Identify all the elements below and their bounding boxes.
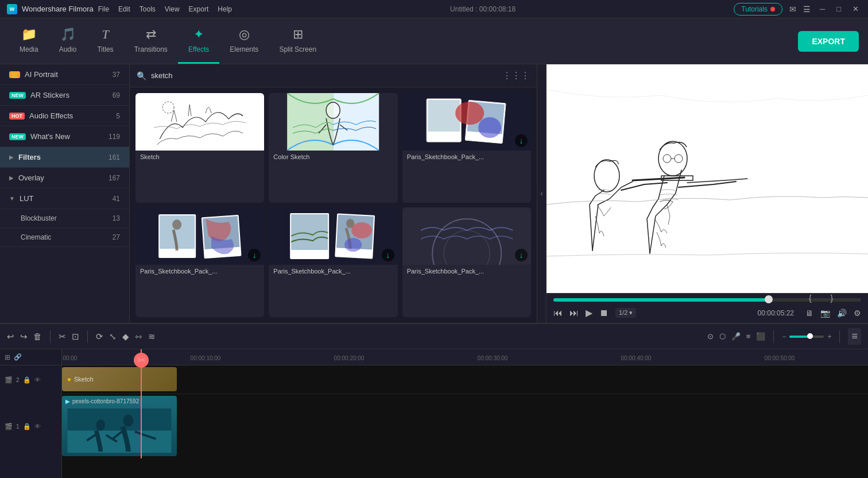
ruler-mark-30: 00:00:30:00 [478, 355, 508, 361]
sketch-clip-label: Sketch [74, 376, 94, 383]
sidebar-item-audio-effects[interactable]: HOT Audio Effects 5 [0, 106, 129, 126]
sidebar-item-whats-new[interactable]: NEW What's New 119 [0, 126, 129, 147]
audio-preview-icon[interactable]: 🔊 [837, 309, 847, 318]
collapse-panel-button[interactable]: ‹ [537, 64, 547, 323]
paris-1-thumbnail: ↓ [402, 93, 531, 151]
crop-button[interactable]: ⊡ [72, 331, 79, 342]
sidebar-subitem-blockbuster[interactable]: Blockbuster 13 [0, 209, 129, 228]
color-sketch-thumbnail [269, 93, 397, 151]
blockbuster-count: 13 [113, 214, 120, 222]
zoom-out-button[interactable]: − [782, 333, 786, 341]
delete-button[interactable]: 🗑 [33, 331, 42, 341]
track-2-eye[interactable]: 👁 [34, 376, 41, 383]
paris-3-download-icon[interactable]: ↓ [382, 249, 394, 261]
minimize-button[interactable]: ─ [817, 5, 827, 13]
track-1-name: 1 [16, 423, 20, 430]
menu-export[interactable]: Export [189, 5, 209, 13]
track-2-lock[interactable]: 🔒 [23, 376, 31, 384]
sidebar-item-ai-portrait[interactable]: 👑 AI Portrait 37 [0, 64, 129, 85]
play-button[interactable]: ▶ [586, 307, 592, 318]
toolbar-audio[interactable]: 🎵 Audio [49, 18, 87, 64]
close-button[interactable]: ✕ [850, 5, 861, 13]
menu-view[interactable]: View [165, 5, 180, 13]
svg-point-15 [172, 219, 181, 230]
sidebar-subitem-cinematic[interactable]: Cinematic 27 [0, 228, 129, 247]
svg-rect-7 [428, 100, 460, 132]
menu-icon[interactable]: ☰ [803, 5, 811, 14]
add-track-button[interactable]: ⊞ [5, 353, 10, 361]
zoom-controls: − + [782, 333, 831, 341]
search-input[interactable] [151, 71, 498, 80]
toolbar-elements[interactable]: ◎ Elements [219, 18, 269, 64]
paris-4-label: Paris_Sketchbook_Pack_... [402, 265, 531, 277]
paris-2-svg [135, 207, 264, 265]
track-1-lock[interactable]: 🔒 [23, 423, 31, 430]
rotate-button[interactable]: ⟳ [96, 331, 103, 342]
menu-tools[interactable]: Tools [140, 5, 156, 13]
svg-rect-20 [291, 214, 328, 250]
menu-edit[interactable]: Edit [118, 5, 130, 13]
mask-icon[interactable]: ⬡ [719, 332, 726, 341]
export-button[interactable]: EXPORT [798, 31, 859, 52]
toolbar-media[interactable]: 📁 Media [9, 18, 49, 64]
effect-paris-3[interactable]: ↓ Paris_Sketchbook_Pack_... [269, 207, 397, 317]
tutorials-notification-dot [770, 7, 775, 11]
menu-file[interactable]: File [98, 5, 109, 13]
link-track-button[interactable]: 🔗 [14, 353, 22, 361]
effect-paris-4[interactable]: ↓ Paris_Sketchbook_Pack_... [402, 207, 531, 317]
paris-4-download-icon[interactable]: ↓ [515, 249, 528, 261]
zoom-in-button[interactable]: + [827, 333, 831, 341]
camera-icon[interactable]: 📷 [820, 309, 830, 318]
sketch-effect-clip[interactable]: ★ Sketch [62, 367, 177, 391]
silence-button[interactable]: ≋ [148, 331, 156, 342]
toolbar-transitions[interactable]: ⇄ Transitions [124, 18, 178, 64]
toolbar-titles[interactable]: T Titles [87, 18, 123, 64]
filters-arrow-icon: ▶ [9, 154, 14, 160]
paris-4-thumbnail: ↓ [402, 207, 531, 265]
app-logo: W [7, 4, 17, 14]
effect-sketch[interactable]: Sketch [135, 93, 264, 203]
step-back-button[interactable]: ⏭ [569, 308, 579, 318]
elements-icon: ◎ [239, 27, 250, 42]
track-1-eye[interactable]: 👁 [34, 423, 41, 430]
effect-paris-2[interactable]: ↓ Paris_Sketchbook_Pack_... [135, 207, 264, 317]
effects-grid: Sketch [130, 87, 537, 323]
video-track: ▶ pexels-cottonbro-8717592 [62, 394, 868, 458]
subtitle-icon[interactable]: ≡ [746, 332, 751, 341]
voice-icon[interactable]: 🎤 [731, 332, 741, 341]
keyframe-icon[interactable]: ⬛ [756, 332, 765, 341]
sidebar-item-overlay[interactable]: ▶ Overlay 167 [0, 168, 129, 188]
grid-options-icon[interactable]: ⋮⋮⋮ [502, 70, 530, 81]
menu-help[interactable]: Help [218, 5, 232, 13]
effect-paris-1[interactable]: ↓ Paris_Sketchbook_Pack_... [402, 93, 531, 203]
cut-button[interactable]: ✂ [59, 331, 66, 342]
undo-button[interactable]: ↩ [7, 331, 14, 342]
timeline-collapse-button[interactable]: ≡ [848, 328, 861, 345]
settings-preview-icon[interactable]: ⚙ [854, 309, 861, 318]
toolbar-transitions-label: Transitions [134, 45, 168, 53]
progress-bar[interactable]: { } [553, 298, 861, 302]
effect-color-sketch[interactable]: Color Sketch [269, 93, 397, 203]
cinematic-label: Cinematic [21, 233, 113, 241]
maximize-button[interactable]: □ [834, 5, 843, 13]
redo-button[interactable]: ↪ [20, 331, 28, 342]
sidebar-item-ar-stickers[interactable]: NEW AR Stickers 69 [0, 85, 129, 106]
tutorials-button[interactable]: Tutorials [734, 3, 782, 16]
mail-icon[interactable]: ✉ [789, 5, 796, 14]
monitor-icon[interactable]: 🖥 [805, 309, 813, 318]
sidebar-item-filters[interactable]: ▶ Filters 161 [0, 147, 129, 168]
marker-button[interactable]: ◆ [122, 331, 129, 342]
svg-point-25 [344, 238, 362, 252]
motion-track-icon[interactable]: ⊙ [707, 332, 714, 341]
zoom-slider[interactable] [789, 336, 824, 338]
skip-back-button[interactable]: ⏮ [553, 308, 563, 318]
video-clip[interactable]: ▶ pexels-cottonbro-8717592 [62, 396, 177, 456]
sidebar-item-lut[interactable]: ▼ LUT 41 [0, 188, 129, 209]
toolbar-split-screen[interactable]: ⊞ Split Screen [269, 18, 327, 64]
paris-1-download-icon[interactable]: ↓ [515, 134, 528, 147]
scale-button[interactable]: ⤡ [109, 331, 117, 342]
track-label-1: 🎬 1 🔒 👁 [0, 394, 62, 458]
stop-button[interactable]: ⏹ [599, 308, 609, 318]
split-button[interactable]: ⇿ [135, 331, 142, 342]
toolbar-effects[interactable]: ✦ Effects [178, 18, 219, 64]
